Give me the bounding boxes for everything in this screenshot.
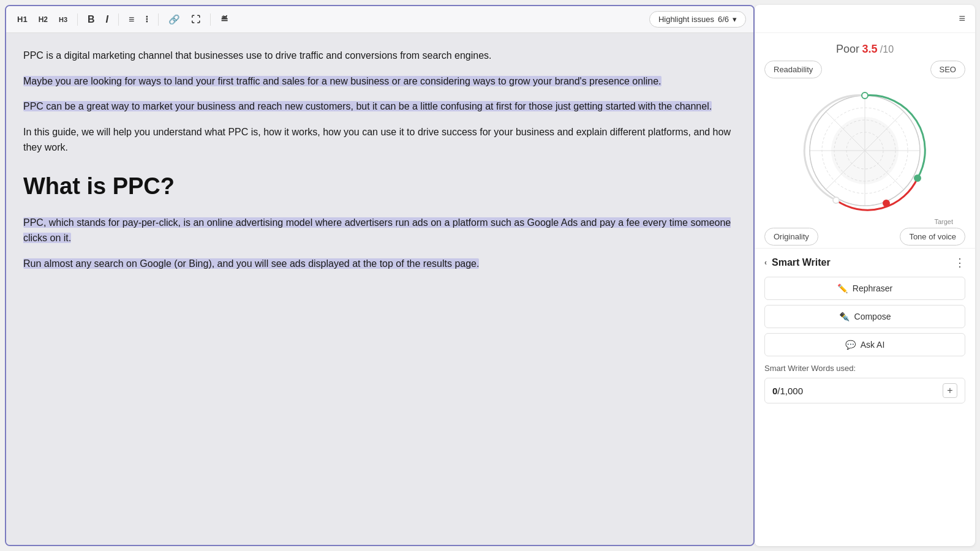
image-button[interactable]: ⛶ (187, 12, 204, 27)
words-count-display: 0/1,000 (772, 386, 803, 396)
add-words-button[interactable]: + (943, 383, 957, 398)
separator-2 (118, 13, 119, 26)
highlight-issues-button[interactable]: Highlight issues 6/6 ▾ (649, 11, 746, 28)
score-suffix: /10 (880, 44, 894, 54)
highlight-count: 6/6 (718, 15, 729, 24)
chevron-down-icon: ▾ (733, 15, 737, 24)
more-options-icon[interactable]: ⋮ (954, 256, 965, 269)
paragraph-6: Run almost any search on Google (or Bing… (23, 256, 736, 272)
paragraph-4: In this guide, we will help you understa… (23, 124, 736, 156)
highlight-paragraph-3: PPC can be a great way to market your bu… (23, 101, 712, 111)
tone-of-voice-badge[interactable]: Tone of voice (900, 228, 965, 246)
sidebar: ≡ Poor 3.5 /10 Readability SEO (755, 5, 975, 546)
h2-button[interactable]: H2 (35, 13, 51, 26)
svg-point-11 (833, 197, 839, 203)
paragraph-1: PPC is a digital marketing channel that … (23, 48, 736, 64)
compose-button[interactable]: ✒️ Compose (764, 305, 965, 328)
h1-button[interactable]: H1 (13, 12, 31, 26)
clear-format-button[interactable]: ≝ (217, 12, 232, 28)
paragraph-5: PPC, which stands for pay-per-click, is … (23, 215, 736, 246)
menu-icon[interactable]: ≡ (959, 12, 965, 25)
rephraser-icon: ✏️ (837, 283, 848, 293)
toolbar: H1 H2 H3 B I ≡ ⁝ 🔗 ⛶ ≝ Highlight issues … (6, 6, 753, 33)
rephraser-button[interactable]: ✏️ Rephraser (764, 277, 965, 300)
words-counter-row: 0/1,000 + (764, 378, 965, 403)
editor-panel: H1 H2 H3 B I ≡ ⁝ 🔗 ⛶ ≝ Highlight issues … (5, 5, 755, 546)
highlight-issues-label: Highlight issues (658, 15, 714, 24)
seo-badge[interactable]: SEO (930, 61, 965, 78)
score-label: Poor (836, 43, 859, 55)
paragraph-2: Maybe you are looking for ways to land y… (23, 73, 736, 89)
smart-writer-section: ‹ Smart Writer ⋮ ✏️ Rephraser ✒️ Compose… (755, 248, 975, 411)
radar-svg (797, 83, 932, 218)
words-total: 1,000 (780, 386, 804, 396)
bold-button[interactable]: B (84, 12, 99, 28)
ask-ai-icon: 💬 (845, 340, 856, 350)
separator-4 (210, 13, 211, 26)
svg-point-10 (914, 175, 921, 181)
ask-ai-label: Ask AI (861, 340, 885, 350)
svg-point-12 (883, 200, 889, 206)
compose-label: Compose (854, 312, 891, 321)
badges-bottom-row: Originality Tone of voice (755, 228, 975, 246)
smart-writer-label: Smart Writer (772, 257, 831, 268)
highlight-paragraph-2: Maybe you are looking for ways to land y… (23, 76, 662, 86)
sidebar-header: ≡ (755, 5, 975, 33)
rephraser-label: Rephraser (853, 283, 892, 293)
link-button[interactable]: 🔗 (165, 12, 184, 28)
svg-point-13 (831, 117, 899, 184)
score-section: Poor 3.5 /10 (755, 33, 975, 61)
highlight-paragraph-5: PPC, which stands for pay-per-click, is … (23, 217, 731, 244)
score-value: 3.5 (862, 43, 877, 55)
highlight-paragraph-6: Run almost any search on Google (or Bing… (23, 258, 479, 269)
ordered-list-button[interactable]: ≡ (125, 12, 138, 28)
ask-ai-button[interactable]: 💬 Ask AI (764, 333, 965, 356)
smart-writer-title: ‹ Smart Writer (764, 257, 831, 268)
collapse-icon[interactable]: ‹ (764, 258, 767, 267)
radar-chart (755, 83, 975, 218)
heading-what-is-ppc: What is PPC? (23, 168, 736, 205)
compose-icon: ✒️ (839, 312, 850, 321)
paragraph-3: PPC can be a great way to market your bu… (23, 99, 736, 114)
smart-writer-header: ‹ Smart Writer ⋮ (764, 256, 965, 269)
target-label: Target (755, 218, 975, 225)
h3-button[interactable]: H3 (55, 13, 71, 26)
separator-3 (158, 13, 159, 26)
readability-badge[interactable]: Readability (764, 61, 822, 78)
words-used-label: Smart Writer Words used: (764, 364, 965, 373)
italic-button[interactable]: I (102, 12, 112, 28)
originality-badge[interactable]: Originality (764, 228, 818, 246)
svg-point-9 (862, 92, 868, 99)
unordered-list-button[interactable]: ⁝ (141, 11, 152, 28)
editor-content[interactable]: PPC is a digital marketing channel that … (6, 33, 753, 545)
words-count-value: 0 (772, 386, 777, 396)
badges-top-row: Readability SEO (755, 61, 975, 78)
separator-1 (77, 13, 78, 26)
